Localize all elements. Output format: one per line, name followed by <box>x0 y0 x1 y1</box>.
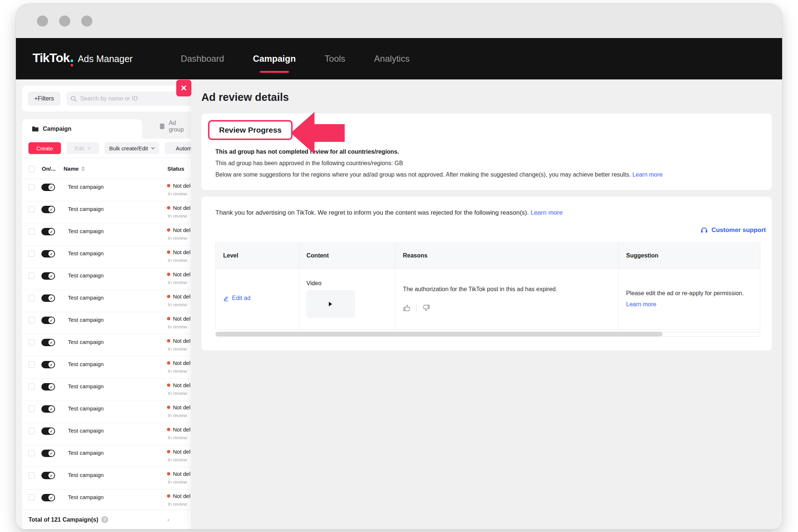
nav-item-campaign[interactable]: Campaign <box>253 38 296 79</box>
table-row[interactable]: ✓ Test campaign Not del In review <box>22 467 191 490</box>
search-icon <box>71 96 77 102</box>
campaign-name[interactable]: Test campaign <box>68 294 104 301</box>
table-row[interactable]: ✓ Test campaign Not del In review <box>22 201 191 224</box>
table-row[interactable]: ✓ Test campaign Not del In review <box>22 445 191 467</box>
table-row[interactable]: ✓ Test campaign Not del In review <box>22 334 191 357</box>
thumbs-down-icon[interactable] <box>422 304 430 312</box>
row-on-toggle[interactable]: ✓ <box>41 294 55 302</box>
row-checkbox[interactable] <box>28 383 35 390</box>
row-on-toggle[interactable]: ✓ <box>41 472 55 479</box>
review-line-3: Below are some suggestions for the regio… <box>215 169 764 180</box>
edit-ad-link[interactable]: Edit ad <box>223 295 250 301</box>
campaign-name[interactable]: Test campaign <box>68 206 104 212</box>
help-icon[interactable]: ? <box>101 516 108 523</box>
row-checkbox[interactable] <box>28 228 35 235</box>
nav-item-analytics[interactable]: Analytics <box>374 38 410 79</box>
row-on-toggle[interactable]: ✓ <box>41 250 55 258</box>
campaign-name[interactable]: Test campaign <box>68 228 104 234</box>
table-row[interactable]: ✓ Test campaign Not del In review <box>22 379 191 401</box>
campaign-name[interactable]: Test campaign <box>68 184 104 190</box>
row-checkbox[interactable] <box>28 184 35 190</box>
row-on-toggle[interactable]: ✓ <box>41 317 55 324</box>
row-checkbox[interactable] <box>28 494 35 501</box>
row-on-toggle[interactable]: ✓ <box>41 405 55 413</box>
row-on-toggle[interactable]: ✓ <box>41 427 55 435</box>
row-on-toggle[interactable]: ✓ <box>41 383 55 391</box>
tab-ad-group[interactable]: Ad group <box>159 120 191 139</box>
campaign-name[interactable]: Test campaign <box>68 494 104 500</box>
row-on-toggle[interactable]: ✓ <box>41 184 55 191</box>
campaign-name[interactable]: Test campaign <box>68 272 104 279</box>
learn-more-link[interactable]: Learn more <box>626 301 657 307</box>
row-checkbox[interactable] <box>28 295 35 301</box>
row-on-toggle[interactable]: ✓ <box>41 206 55 213</box>
select-all-checkbox[interactable] <box>28 166 35 172</box>
sort-icon[interactable] <box>81 166 85 171</box>
row-on-toggle[interactable]: ✓ <box>41 450 55 457</box>
table-row[interactable]: ✓ Test campaign Not del In review <box>22 246 191 268</box>
row-checkbox[interactable] <box>28 317 35 323</box>
status-sub-text: In review <box>168 413 187 418</box>
brand-colon-icon <box>71 59 73 66</box>
table-row[interactable]: ✓ Test campaign Not del In review <box>22 312 191 334</box>
search-input[interactable] <box>80 95 191 102</box>
nav-item-dashboard[interactable]: Dashboard <box>181 38 224 79</box>
table-row[interactable]: ✓ Test campaign Not del In review <box>22 268 191 290</box>
edit-button[interactable]: Edit <box>66 142 99 154</box>
row-checkbox[interactable] <box>28 339 35 345</box>
learn-more-link[interactable]: Learn more <box>632 171 663 178</box>
campaign-name[interactable]: Test campaign <box>68 450 104 456</box>
status-text: Not del <box>173 271 191 277</box>
row-checkbox[interactable] <box>28 206 35 212</box>
thumbs-up-icon[interactable] <box>403 304 411 312</box>
table-row[interactable]: ✓ Test campaign Not del In review <box>22 401 191 423</box>
search-box[interactable] <box>66 92 191 106</box>
campaign-name[interactable]: Test campaign <box>68 405 104 412</box>
row-checkbox[interactable] <box>28 273 35 279</box>
video-thumbnail[interactable] <box>307 290 355 318</box>
row-on-toggle[interactable]: ✓ <box>41 339 55 346</box>
table-row[interactable]: ✓ Test campaign Not del In review <box>22 490 191 512</box>
filter-toolbar: +Filters <box>22 86 191 112</box>
page-title: Ad review details <box>201 79 772 103</box>
status-cell: Not del <box>167 293 191 300</box>
row-checkbox[interactable] <box>28 406 35 412</box>
campaign-name[interactable]: Test campaign <box>68 383 104 389</box>
campaign-name[interactable]: Test campaign <box>68 250 104 256</box>
scrollbar-thumb[interactable] <box>215 332 662 337</box>
row-checkbox[interactable] <box>28 472 35 478</box>
table-row[interactable]: ✓ Test campaign Not del In review <box>22 224 191 246</box>
row-on-toggle[interactable]: ✓ <box>41 228 55 235</box>
learn-more-link[interactable]: Learn more <box>531 209 563 216</box>
automated-button[interactable]: Automated <box>165 142 191 154</box>
table-row[interactable]: ✓ Test campaign Not del In review <box>22 357 191 379</box>
table-row[interactable]: ✓ Test campaign Not del In review <box>22 179 191 201</box>
campaign-name[interactable]: Test campaign <box>68 427 104 434</box>
create-button[interactable]: Create <box>28 142 61 154</box>
customer-support-link[interactable]: Customer support <box>712 226 766 234</box>
campaign-name[interactable]: Test campaign <box>68 472 104 478</box>
tiktok-logo[interactable]: TikTok Ads Manager <box>33 51 133 67</box>
tab-campaign[interactable]: Campaign <box>22 119 142 139</box>
window-dot-icon[interactable] <box>81 16 92 27</box>
window-dot-icon[interactable] <box>59 16 70 27</box>
table-row[interactable]: ✓ Test campaign Not del In review <box>22 423 191 445</box>
row-checkbox[interactable] <box>28 361 35 368</box>
window-dot-icon[interactable] <box>37 16 48 27</box>
row-checkbox[interactable] <box>28 428 35 434</box>
row-checkbox[interactable] <box>28 250 35 257</box>
bulk-create-edit-button[interactable]: Bulk create/Edit <box>105 142 159 154</box>
close-icon[interactable]: ✕ <box>176 80 191 96</box>
row-on-toggle[interactable]: ✓ <box>41 494 55 501</box>
campaign-name[interactable]: Test campaign <box>68 317 104 323</box>
campaign-name[interactable]: Test campaign <box>68 339 104 345</box>
nav-item-tools[interactable]: Tools <box>325 38 345 79</box>
table-row[interactable]: ✓ Test campaign Not del In review <box>22 290 191 312</box>
row-checkbox[interactable] <box>28 450 35 456</box>
campaign-name[interactable]: Test campaign <box>68 361 104 367</box>
filters-button[interactable]: +Filters <box>28 92 61 106</box>
row-on-toggle[interactable]: ✓ <box>41 361 55 368</box>
column-header-name[interactable]: Name <box>64 166 85 172</box>
row-on-toggle[interactable]: ✓ <box>41 272 55 280</box>
status-text: Not del <box>173 404 191 410</box>
